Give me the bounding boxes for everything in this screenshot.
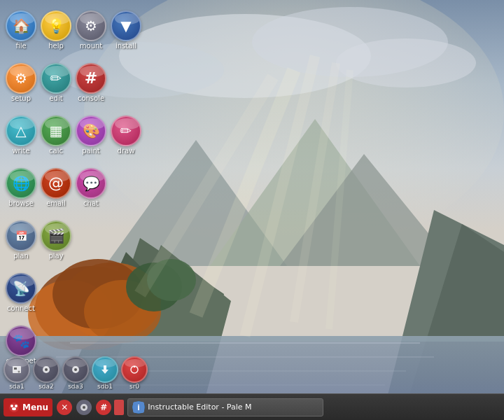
system-tray: sda1 sda2 sda3 sdb1 sr0 (0, 356, 182, 391)
write-icon: △ (6, 115, 36, 146)
console-icon: # (76, 63, 106, 94)
taskbar-window-icon: i (132, 401, 145, 414)
icon-paint[interactable]: 🎨 paint (74, 108, 108, 161)
sda1-icon (4, 356, 30, 383)
icon-mount[interactable]: ⚙ mount (74, 4, 108, 56)
tray-sdb1[interactable]: sdb1 (92, 356, 118, 390)
icon-edit[interactable]: ✏ edit (38, 56, 74, 108)
icon-play[interactable]: 🎬 play (38, 214, 74, 266)
svg-point-42 (10, 405, 13, 407)
taskbar-red-btn[interactable]: # (94, 398, 113, 416)
setup-icon: ⚙ (6, 63, 36, 94)
icon-console-label: console (78, 94, 104, 102)
svg-point-34 (18, 371, 20, 373)
icon-install-label: install (115, 42, 136, 50)
taskbar-gray-icon (76, 400, 92, 415)
tray-sda3-label: sda3 (68, 383, 83, 390)
install-icon: ▼ (111, 10, 141, 41)
chat-icon: 💬 (76, 168, 106, 199)
sda2-icon (33, 356, 59, 383)
icon-setup-label: setup (11, 94, 31, 102)
icon-install[interactable]: ▼ install (108, 4, 144, 56)
icon-mount-label: mount (80, 42, 102, 50)
tray-sdb1-label: sdb1 (97, 383, 113, 390)
svg-text:i: i (137, 404, 139, 412)
icon-plan[interactable]: 📅 plan (4, 214, 38, 266)
tray-sda1[interactable]: sda1 (4, 356, 30, 390)
taskbar-gray-btn[interactable] (75, 398, 93, 416)
calc-icon: ▦ (41, 115, 71, 146)
icon-setup[interactable]: ⚙ setup (4, 56, 38, 108)
edit-icon: ✏ (41, 63, 71, 94)
desktop-icons: 🏠 file 💡 help ⚙ mount ▼ install ⚙ setup … (0, 0, 140, 371)
taskbar-window[interactable]: i Instructable Editor - Pale M (127, 398, 323, 416)
icon-email[interactable]: @ email (38, 161, 74, 214)
connect-icon: 📡 (6, 273, 36, 304)
email-icon: @ (41, 168, 71, 199)
icon-draw[interactable]: ✏ draw (108, 108, 144, 161)
quickpet-icon: 🐾 (6, 326, 36, 356)
svg-point-38 (74, 368, 77, 371)
icon-help[interactable]: 💡 help (38, 4, 74, 56)
play-icon: 🎬 (41, 220, 71, 251)
icon-connect-label: connect (7, 304, 35, 312)
taskbar-x-icon: ✕ (57, 400, 72, 415)
icon-chat-label: chat (83, 200, 99, 207)
file-icon: 🏠 (6, 10, 36, 41)
tray-sda1-label: sda1 (9, 383, 24, 390)
icon-browse[interactable]: 🌐 browse (4, 161, 38, 214)
icon-play-label: play (48, 252, 63, 260)
icon-calc-label: calc (49, 147, 63, 155)
svg-point-46 (83, 406, 85, 409)
svg-point-36 (45, 368, 48, 371)
plan-icon: 📅 (6, 220, 36, 251)
taskbar-window-title: Instructable Editor - Pale M (148, 402, 251, 412)
taskbar-color-block (114, 400, 124, 415)
svg-point-44 (12, 407, 16, 410)
icon-edit-label: edit (49, 94, 62, 102)
menu-label: Menu (22, 402, 48, 412)
sdb1-icon (92, 356, 118, 383)
svg-point-43 (15, 405, 18, 407)
icon-help-label: help (48, 42, 64, 50)
icon-browse-label: browse (8, 200, 34, 207)
icon-draw-label: draw (118, 147, 135, 155)
icon-file[interactable]: 🏠 file (4, 4, 38, 56)
icon-connect[interactable]: 📡 connect (4, 266, 38, 318)
help-icon: 💡 (41, 10, 71, 41)
icon-write[interactable]: △ write (4, 108, 38, 161)
taskbar-hash-icon: # (96, 400, 111, 415)
taskbar-close-btn[interactable]: ✕ (55, 398, 74, 416)
draw-icon: ✏ (111, 115, 141, 146)
menu-button[interactable]: Menu (4, 398, 52, 416)
icon-file-label: file (15, 42, 26, 50)
tray-sr0[interactable]: sr0 (121, 356, 148, 390)
icon-calc[interactable]: ▦ calc (38, 108, 74, 161)
svg-point-5 (336, 38, 476, 88)
tray-sr0-label: sr0 (130, 383, 139, 390)
tray-sda2[interactable]: sda2 (33, 356, 59, 390)
mount-icon: ⚙ (76, 10, 106, 41)
taskbar: Menu ✕ # i Instructable Editor - Pale M (0, 393, 504, 420)
icon-paint-label: paint (82, 147, 100, 155)
icon-email-label: email (46, 200, 66, 207)
sr0-icon (121, 356, 148, 383)
svg-rect-33 (14, 368, 17, 370)
tray-sda2-label: sda2 (38, 383, 54, 390)
svg-point-39 (131, 366, 138, 373)
puppy-icon (8, 401, 20, 414)
icon-plan-label: plan (13, 252, 29, 260)
icon-console[interactable]: # console (74, 56, 108, 108)
browse-icon: 🌐 (6, 168, 36, 199)
tray-sda3[interactable]: sda3 (62, 356, 89, 390)
icon-write-label: write (12, 147, 29, 155)
icon-chat[interactable]: 💬 chat (74, 161, 108, 214)
paint-icon: 🎨 (76, 115, 106, 146)
sda3-icon (62, 356, 89, 383)
